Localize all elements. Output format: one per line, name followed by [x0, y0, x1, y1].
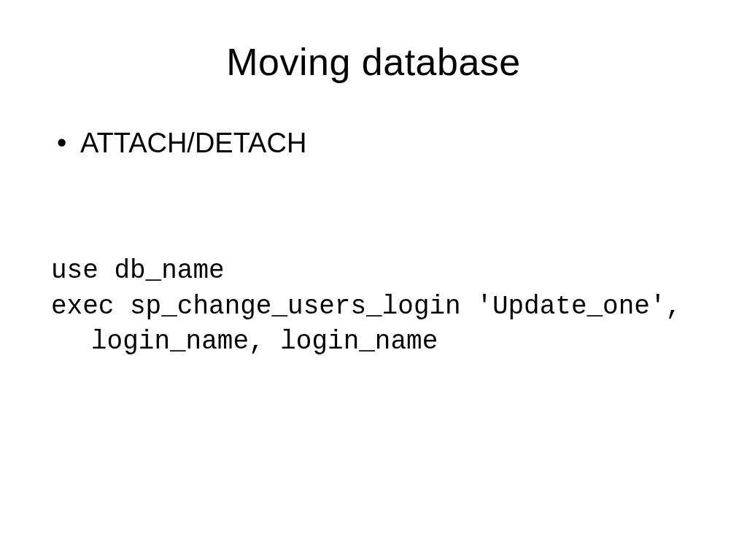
slide: Moving database ATTACH/DETACH use db_nam… [0, 0, 747, 560]
bullet-list: ATTACH/DETACH [51, 128, 696, 159]
code-line: use db_name [51, 254, 696, 289]
slide-title: Moving database [51, 40, 696, 84]
code-block: use db_name exec sp_change_users_login '… [51, 254, 696, 360]
bullet-item: ATTACH/DETACH [51, 128, 696, 159]
code-line: exec sp_change_users_login 'Update_one',… [51, 289, 696, 360]
